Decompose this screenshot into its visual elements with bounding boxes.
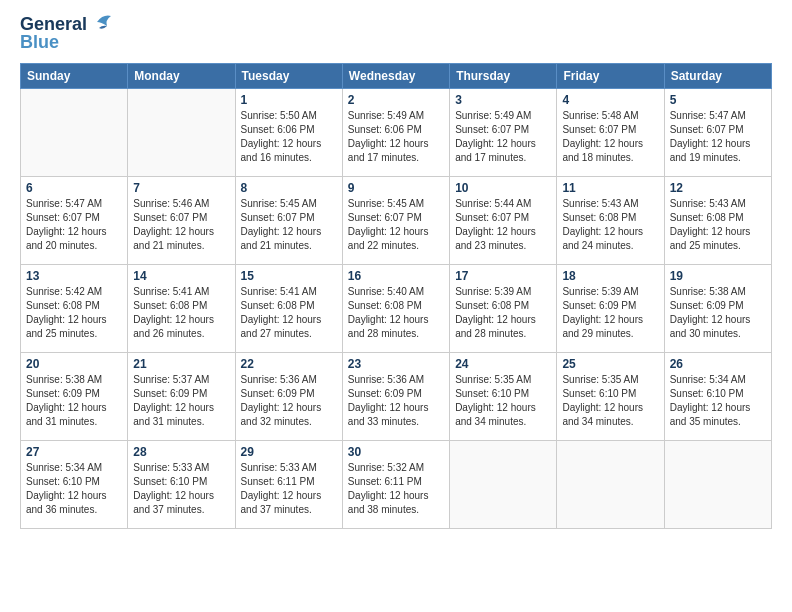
day-number: 25 (562, 357, 658, 371)
day-info: Sunrise: 5:49 AM Sunset: 6:06 PM Dayligh… (348, 109, 444, 165)
day-info: Sunrise: 5:33 AM Sunset: 6:11 PM Dayligh… (241, 461, 337, 517)
day-info: Sunrise: 5:38 AM Sunset: 6:09 PM Dayligh… (670, 285, 766, 341)
calendar-cell: 18Sunrise: 5:39 AM Sunset: 6:09 PM Dayli… (557, 264, 664, 352)
day-number: 6 (26, 181, 122, 195)
page-container: General Blue SundayMondayTuesdayWednesda… (0, 0, 792, 612)
weekday-header-friday: Friday (557, 63, 664, 88)
calendar-cell (21, 88, 128, 176)
calendar-cell: 6Sunrise: 5:47 AM Sunset: 6:07 PM Daylig… (21, 176, 128, 264)
day-info: Sunrise: 5:34 AM Sunset: 6:10 PM Dayligh… (670, 373, 766, 429)
calendar-cell: 29Sunrise: 5:33 AM Sunset: 6:11 PM Dayli… (235, 440, 342, 528)
day-number: 26 (670, 357, 766, 371)
calendar-cell: 8Sunrise: 5:45 AM Sunset: 6:07 PM Daylig… (235, 176, 342, 264)
calendar-week-row-4: 27Sunrise: 5:34 AM Sunset: 6:10 PM Dayli… (21, 440, 772, 528)
day-info: Sunrise: 5:48 AM Sunset: 6:07 PM Dayligh… (562, 109, 658, 165)
day-info: Sunrise: 5:39 AM Sunset: 6:08 PM Dayligh… (455, 285, 551, 341)
day-number: 21 (133, 357, 229, 371)
day-number: 1 (241, 93, 337, 107)
day-info: Sunrise: 5:46 AM Sunset: 6:07 PM Dayligh… (133, 197, 229, 253)
day-number: 11 (562, 181, 658, 195)
day-info: Sunrise: 5:36 AM Sunset: 6:09 PM Dayligh… (348, 373, 444, 429)
day-number: 14 (133, 269, 229, 283)
calendar-cell: 9Sunrise: 5:45 AM Sunset: 6:07 PM Daylig… (342, 176, 449, 264)
day-info: Sunrise: 5:38 AM Sunset: 6:09 PM Dayligh… (26, 373, 122, 429)
day-number: 16 (348, 269, 444, 283)
calendar-cell: 19Sunrise: 5:38 AM Sunset: 6:09 PM Dayli… (664, 264, 771, 352)
calendar-cell: 12Sunrise: 5:43 AM Sunset: 6:08 PM Dayli… (664, 176, 771, 264)
page-header: General Blue (20, 15, 772, 53)
weekday-header-tuesday: Tuesday (235, 63, 342, 88)
calendar-cell: 25Sunrise: 5:35 AM Sunset: 6:10 PM Dayli… (557, 352, 664, 440)
weekday-header-monday: Monday (128, 63, 235, 88)
day-info: Sunrise: 5:44 AM Sunset: 6:07 PM Dayligh… (455, 197, 551, 253)
calendar-table: SundayMondayTuesdayWednesdayThursdayFrid… (20, 63, 772, 529)
day-number: 9 (348, 181, 444, 195)
calendar-week-row-1: 6Sunrise: 5:47 AM Sunset: 6:07 PM Daylig… (21, 176, 772, 264)
day-number: 30 (348, 445, 444, 459)
calendar-cell (557, 440, 664, 528)
logo: General Blue (20, 15, 111, 53)
calendar-cell: 24Sunrise: 5:35 AM Sunset: 6:10 PM Dayli… (450, 352, 557, 440)
weekday-header-sunday: Sunday (21, 63, 128, 88)
day-info: Sunrise: 5:45 AM Sunset: 6:07 PM Dayligh… (241, 197, 337, 253)
day-info: Sunrise: 5:43 AM Sunset: 6:08 PM Dayligh… (670, 197, 766, 253)
weekday-header-thursday: Thursday (450, 63, 557, 88)
day-number: 3 (455, 93, 551, 107)
calendar-cell: 15Sunrise: 5:41 AM Sunset: 6:08 PM Dayli… (235, 264, 342, 352)
calendar-cell: 17Sunrise: 5:39 AM Sunset: 6:08 PM Dayli… (450, 264, 557, 352)
calendar-cell: 3Sunrise: 5:49 AM Sunset: 6:07 PM Daylig… (450, 88, 557, 176)
day-number: 18 (562, 269, 658, 283)
day-info: Sunrise: 5:36 AM Sunset: 6:09 PM Dayligh… (241, 373, 337, 429)
day-number: 8 (241, 181, 337, 195)
calendar-cell: 1Sunrise: 5:50 AM Sunset: 6:06 PM Daylig… (235, 88, 342, 176)
calendar-cell (450, 440, 557, 528)
calendar-cell: 7Sunrise: 5:46 AM Sunset: 6:07 PM Daylig… (128, 176, 235, 264)
calendar-cell: 11Sunrise: 5:43 AM Sunset: 6:08 PM Dayli… (557, 176, 664, 264)
calendar-cell (128, 88, 235, 176)
calendar-cell: 14Sunrise: 5:41 AM Sunset: 6:08 PM Dayli… (128, 264, 235, 352)
day-number: 2 (348, 93, 444, 107)
calendar-cell (664, 440, 771, 528)
day-info: Sunrise: 5:41 AM Sunset: 6:08 PM Dayligh… (241, 285, 337, 341)
calendar-cell: 5Sunrise: 5:47 AM Sunset: 6:07 PM Daylig… (664, 88, 771, 176)
day-number: 10 (455, 181, 551, 195)
day-info: Sunrise: 5:37 AM Sunset: 6:09 PM Dayligh… (133, 373, 229, 429)
day-number: 15 (241, 269, 337, 283)
day-number: 27 (26, 445, 122, 459)
day-number: 22 (241, 357, 337, 371)
day-number: 28 (133, 445, 229, 459)
calendar-cell: 20Sunrise: 5:38 AM Sunset: 6:09 PM Dayli… (21, 352, 128, 440)
calendar-cell: 27Sunrise: 5:34 AM Sunset: 6:10 PM Dayli… (21, 440, 128, 528)
calendar-cell: 4Sunrise: 5:48 AM Sunset: 6:07 PM Daylig… (557, 88, 664, 176)
logo-bird-icon (89, 12, 111, 32)
day-number: 20 (26, 357, 122, 371)
calendar-cell: 30Sunrise: 5:32 AM Sunset: 6:11 PM Dayli… (342, 440, 449, 528)
day-number: 19 (670, 269, 766, 283)
calendar-header-row: SundayMondayTuesdayWednesdayThursdayFrid… (21, 63, 772, 88)
calendar-cell: 21Sunrise: 5:37 AM Sunset: 6:09 PM Dayli… (128, 352, 235, 440)
day-info: Sunrise: 5:32 AM Sunset: 6:11 PM Dayligh… (348, 461, 444, 517)
weekday-header-saturday: Saturday (664, 63, 771, 88)
day-info: Sunrise: 5:43 AM Sunset: 6:08 PM Dayligh… (562, 197, 658, 253)
day-number: 13 (26, 269, 122, 283)
calendar-cell: 26Sunrise: 5:34 AM Sunset: 6:10 PM Dayli… (664, 352, 771, 440)
logo-text-line2: Blue (20, 33, 59, 53)
calendar-cell: 28Sunrise: 5:33 AM Sunset: 6:10 PM Dayli… (128, 440, 235, 528)
calendar-cell: 10Sunrise: 5:44 AM Sunset: 6:07 PM Dayli… (450, 176, 557, 264)
day-info: Sunrise: 5:47 AM Sunset: 6:07 PM Dayligh… (670, 109, 766, 165)
day-info: Sunrise: 5:35 AM Sunset: 6:10 PM Dayligh… (455, 373, 551, 429)
calendar-week-row-0: 1Sunrise: 5:50 AM Sunset: 6:06 PM Daylig… (21, 88, 772, 176)
day-number: 12 (670, 181, 766, 195)
day-info: Sunrise: 5:40 AM Sunset: 6:08 PM Dayligh… (348, 285, 444, 341)
calendar-cell: 16Sunrise: 5:40 AM Sunset: 6:08 PM Dayli… (342, 264, 449, 352)
day-info: Sunrise: 5:47 AM Sunset: 6:07 PM Dayligh… (26, 197, 122, 253)
calendar-week-row-3: 20Sunrise: 5:38 AM Sunset: 6:09 PM Dayli… (21, 352, 772, 440)
day-info: Sunrise: 5:42 AM Sunset: 6:08 PM Dayligh… (26, 285, 122, 341)
calendar-cell: 2Sunrise: 5:49 AM Sunset: 6:06 PM Daylig… (342, 88, 449, 176)
calendar-cell: 22Sunrise: 5:36 AM Sunset: 6:09 PM Dayli… (235, 352, 342, 440)
day-info: Sunrise: 5:33 AM Sunset: 6:10 PM Dayligh… (133, 461, 229, 517)
day-info: Sunrise: 5:41 AM Sunset: 6:08 PM Dayligh… (133, 285, 229, 341)
calendar-week-row-2: 13Sunrise: 5:42 AM Sunset: 6:08 PM Dayli… (21, 264, 772, 352)
day-number: 29 (241, 445, 337, 459)
day-info: Sunrise: 5:39 AM Sunset: 6:09 PM Dayligh… (562, 285, 658, 341)
